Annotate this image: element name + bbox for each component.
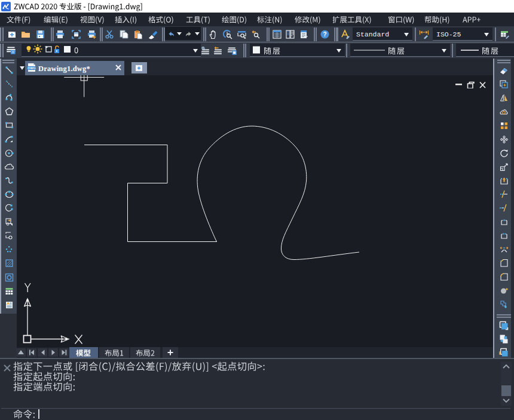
svg-text:DWG: DWG (27, 66, 35, 70)
svg-text:?: ? (323, 31, 326, 38)
